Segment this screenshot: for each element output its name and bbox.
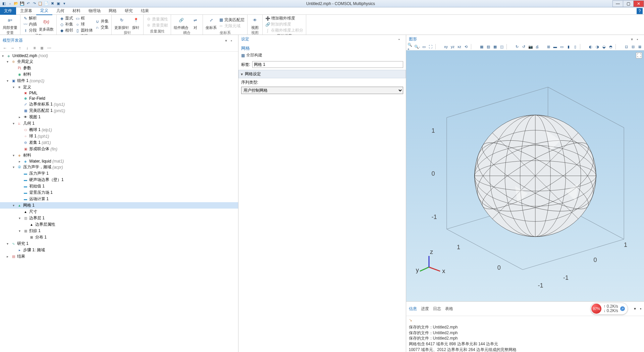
zoom-out-icon[interactable]: 🔍- <box>414 44 420 49</box>
settings-opts-icon[interactable]: ▪ <box>398 37 403 42</box>
open-icon[interactable]: 📂 <box>13 1 19 6</box>
piecewise-fn[interactable]: ⦀分段 <box>23 28 37 33</box>
graphics-canvas[interactable]: 10-1 10-1 -101 x y z ⛶ <box>406 50 644 301</box>
seqtype-label: 序列类型: <box>241 80 403 85</box>
xz-icon[interactable]: xz <box>457 44 463 49</box>
box-sel[interactable]: ▭框 <box>75 15 93 21</box>
interp-fn[interactable]: 〰内插 <box>23 21 37 27</box>
tab-physics[interactable]: 物理场 <box>85 7 105 15</box>
add-dim[interactable]: ➕增加额外维度 <box>265 15 303 21</box>
svg-text:z: z <box>430 249 433 255</box>
down-icon[interactable]: ↓ <box>24 45 30 51</box>
tab-home[interactable]: 主屏幕 <box>16 7 36 15</box>
union-sel[interactable]: ∪并集 <box>95 18 109 24</box>
svg-text:-1: -1 <box>431 214 437 220</box>
save-icon[interactable]: 💾 <box>19 1 25 6</box>
svg-text:1: 1 <box>624 241 627 248</box>
app-icon: ◧ <box>1 1 7 6</box>
tab-geom[interactable]: 几何 <box>52 7 68 15</box>
paste-icon[interactable]: 📄 <box>44 1 49 6</box>
pair-button[interactable]: ⇌对 <box>191 15 200 30</box>
delete-icon[interactable]: ✖ <box>50 1 55 6</box>
camera-icon[interactable]: 📷 <box>528 44 534 49</box>
file-menu[interactable]: 文件 <box>0 7 16 15</box>
tab-results[interactable]: 结果 <box>137 7 153 15</box>
svg-text:x: x <box>442 268 445 274</box>
settings-panel: 设定▪ 网格 ▦全部构建 标签: ▾网格设定 序列类型: 用户控制网格 <box>238 35 406 352</box>
local-var-button[interactable]: a=局部变量 <box>3 15 17 30</box>
tree-mesh-node[interactable]: ▾▲网格 1 <box>0 202 238 209</box>
up-icon[interactable]: ↑ <box>17 45 23 51</box>
run-icon[interactable]: ▣ <box>56 1 61 6</box>
adjacent-sel[interactable]: ◆相邻 <box>59 28 73 33</box>
redo-icon[interactable]: ↷ <box>32 1 37 6</box>
xy-icon[interactable]: xy <box>443 44 449 49</box>
yz-icon[interactable]: yz <box>450 44 456 49</box>
minimize-button[interactable]: — <box>612 0 623 7</box>
tab-mesh[interactable]: 网格 <box>105 7 121 15</box>
label-input[interactable] <box>252 61 403 68</box>
update-probe-button[interactable]: ↻更新探针 <box>114 15 129 30</box>
coord-button[interactable]: ⤢坐标系 <box>206 15 217 30</box>
tab-material[interactable]: 材料 <box>68 7 85 15</box>
dropdown-icon[interactable]: ▾ <box>62 1 67 6</box>
view-button[interactable]: 👁视图 <box>250 15 260 30</box>
infelem-button: ∞无限元域 <box>219 23 245 29</box>
analytic-fn[interactable]: ✎解析 <box>23 15 37 21</box>
zoom-box-icon[interactable]: ▭ <box>421 44 427 49</box>
attach-dim: 🔗附加的维度 <box>265 21 303 27</box>
help-button[interactable]: ? <box>637 8 643 14</box>
gfx-opts-icon[interactable]: ▾ <box>631 37 636 42</box>
expand-icon[interactable]: ≡ <box>32 45 38 51</box>
explicit-sel[interactable]: ◈显式 <box>59 15 73 21</box>
pin-icon[interactable]: ▾ <box>225 38 230 43</box>
tab-defs[interactable]: 定义 <box>36 7 52 15</box>
back-icon[interactable]: ← <box>2 45 8 51</box>
tab-info[interactable]: 信息 <box>409 306 417 312</box>
tab-progress[interactable]: 进度 <box>421 306 429 312</box>
tab-table[interactable]: 表格 <box>445 306 453 312</box>
window-title: Untitled2.mph - COMSOL Multiphysics <box>68 1 613 6</box>
tab-log[interactable]: 日志 <box>433 306 441 312</box>
mass-prop: ⚙质量属性 <box>146 16 168 22</box>
graphics-title: 图形 <box>409 36 417 42</box>
model-builder-panel: 模型开发器▾▪ ←→↑↓ ≡≣⋯ ▾◈Untitled2.mph (root) … <box>0 35 238 352</box>
close-button[interactable]: ✕ <box>633 0 644 7</box>
copy-icon[interactable]: 📋 <box>38 1 43 6</box>
svg-line-36 <box>429 267 440 271</box>
intersect-sel[interactable]: ∩交集 <box>95 25 109 30</box>
more-fn-button[interactable]: f(x)更多函数 <box>39 17 54 32</box>
maximize-button[interactable]: ▢ <box>623 0 634 7</box>
ribbon: a=局部变量 变量 ✎解析 〰内插 ⦀分段 f(x)更多函数 函数 ◈显式 ◇补… <box>0 15 644 35</box>
zoom-extent-icon[interactable]: ⛶ <box>428 44 434 49</box>
seqtype-select[interactable]: 用户控制网格 <box>241 87 403 94</box>
collapse-icon[interactable]: ≣ <box>39 45 45 51</box>
build-all-button[interactable]: ▦全部构建 <box>241 51 403 59</box>
pml-button[interactable]: ▦完美匹配层 <box>219 17 245 23</box>
model-tree[interactable]: ▾◈Untitled2.mph (root) ▾⊕全局定义 Pi参数 ◉材料 ▾… <box>0 52 238 351</box>
tab-study[interactable]: 研究 <box>121 7 137 15</box>
undo-icon[interactable]: ↶ <box>25 1 31 6</box>
model-builder-title: 模型开发器 <box>3 38 23 43</box>
label-label: 标签: <box>241 62 250 68</box>
svg-text:-1: -1 <box>538 282 543 289</box>
svg-text:1: 1 <box>431 127 435 134</box>
settings-subtitle: 网格 <box>241 45 403 51</box>
ball-sel[interactable]: ○球 <box>75 21 93 27</box>
opts-icon[interactable]: ▪ <box>231 38 235 43</box>
zoom-in-icon[interactable]: 🔍+ <box>408 44 414 49</box>
new-icon[interactable]: ▫ <box>7 1 13 6</box>
net-widget[interactable]: 97% ↑ 0.2K/s↓ 0.2K/s ↗ <box>590 303 628 315</box>
probe-button[interactable]: 📍探针 <box>131 15 141 30</box>
right-panel: 图形▾▪ 🔍+🔍-▭⛶ xyyzxz⟲ ▦▨▩◫ ↻↺📷🖨 ⊞▬▭▮▯ ◐◑◒◓… <box>406 35 644 352</box>
svg-text:0: 0 <box>431 171 435 177</box>
menu-bar: 文件 主屏幕 定义 几何 材料 物理场 网格 研究 结果 ? <box>0 7 644 15</box>
mesh-settings-header[interactable]: ▾网格设定 <box>238 70 406 78</box>
complement-sel[interactable]: ◇补集 <box>59 21 73 27</box>
cyl-sel[interactable]: ▯圆柱体 <box>75 28 93 33</box>
fwd-icon[interactable]: → <box>9 45 15 51</box>
more-icon[interactable]: ⋯ <box>46 45 52 51</box>
gfx-expand-icon[interactable]: ⛶ <box>636 52 642 58</box>
svg-line-0 <box>446 87 548 118</box>
comp-couple-button[interactable]: 🔗组件耦合 <box>174 15 189 30</box>
